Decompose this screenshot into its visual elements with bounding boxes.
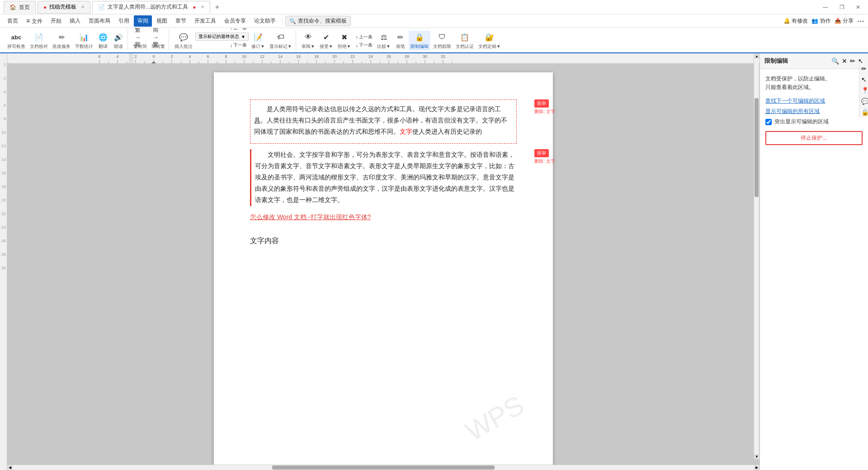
menu-review[interactable]: 审阅 [134, 15, 152, 27]
paragraph-link[interactable]: 怎么修改 Word 文档 -打字就出现红色字体? [250, 212, 517, 223]
add-tab-button[interactable]: + [212, 2, 223, 13]
panel-close-icon[interactable]: ✕ [842, 57, 847, 65]
share-btn[interactable]: 📤 分享 [835, 17, 854, 25]
menu-start[interactable]: 开始 [47, 15, 65, 27]
menu-right-icon1[interactable]: ⋯ [857, 17, 864, 25]
ruler-num-28: 28 [1, 252, 6, 257]
paragraph-1-container: 是人类用符号记录表达信息以传之久远的方式和工具。现代文字大多是记录语言的工具。人… [250, 99, 517, 144]
doc-auth-button[interactable]: 🛡 文档权限 [431, 31, 453, 51]
panel-side-icon-1[interactable]: ✏ [861, 65, 866, 72]
read-icon: 🔊 [113, 32, 124, 42]
scroll-track [754, 63, 759, 454]
trad-simp-button[interactable]: 繁→简 繁转简 [132, 31, 149, 51]
menu-ref[interactable]: 引用 [115, 15, 133, 27]
next-review-button[interactable]: ↓ 下一条 [354, 42, 374, 49]
panel-side-icon-3[interactable]: 📍 [861, 87, 866, 94]
read-button[interactable]: 🔊 朗读 [111, 31, 126, 51]
prev-review-button[interactable]: ↑ 上一条 [354, 33, 374, 41]
menu-home[interactable]: 首页 [4, 15, 22, 27]
toolbar-group-review: 👁 审阅▼ ✔ 接受▼ ✖ 拒绝▼ ↑ 上一条 ↓ 下一条 ⚖ 比较▼ ✏ [298, 30, 505, 51]
spelling-check-button[interactable]: abc 拼写检查 [5, 31, 27, 51]
menu-chapter[interactable]: 章节 [172, 15, 190, 27]
tab-doc-close[interactable]: ✕ [201, 5, 204, 9]
show-all-editable-link[interactable]: 显示可编辑的所有区域 [765, 108, 863, 115]
paragraph-2-text[interactable]: 文明社会。文字按字音和字形，可分为表形文字、表音文字和意音文字。按语音和语素，可… [255, 149, 517, 206]
menu-devtools[interactable]: 开发工具 [191, 15, 220, 27]
minimize-button[interactable]: — [819, 3, 832, 12]
compare-label: 比较▼ [377, 43, 391, 50]
track-changes-icon: ✏ [56, 32, 67, 42]
simp-trad-label: 简转繁 [151, 43, 165, 50]
tab-template[interactable]: ● 找稳壳模板 ✕ [38, 1, 90, 14]
menu-layout[interactable]: 页面布局 [85, 15, 114, 27]
right-panel-body: 文档受保护，以防止编辑。只能查看着此区域。 查找下一个可编辑的区域 显示可编辑的… [760, 69, 868, 470]
collaborate-btn[interactable]: 👥 协作 [811, 17, 830, 25]
menu-file[interactable]: ≡ 文件 [23, 15, 46, 27]
svg-text:32: 32 [441, 54, 445, 59]
ruler-num-12: 12 [1, 144, 6, 148]
draw-pen-label: 画笔 [396, 43, 405, 50]
right-panel-header: 限制编辑 🔍 ✕ ✏ ↖ [760, 53, 868, 69]
panel-side-icon-2[interactable]: ↖ [861, 76, 866, 83]
home-icon: 🏠 [9, 4, 16, 10]
modify-button[interactable]: 📝 修订▼ [250, 31, 267, 51]
tab-doc[interactable]: 📄 文字是人类用符...远的方式和工具 ● ✕ [92, 1, 210, 14]
display-marks-button[interactable]: 🏷 显示标记▼ [268, 31, 294, 51]
panel-side-icon-4[interactable]: 💬 [861, 98, 866, 105]
stop-protect-button[interactable]: 停止保护... [765, 131, 863, 145]
menu-view[interactable]: 视图 [153, 15, 171, 27]
menu-thesis[interactable]: 论文助手 [250, 15, 279, 27]
section-title: 文字内容 [250, 236, 517, 246]
prev-comment-button[interactable]: ↑ 上一条 [195, 28, 249, 32]
scroll-right-arrow[interactable]: ▶ [754, 465, 760, 470]
reject-button[interactable]: ✖ 拒绝▼ [336, 31, 353, 51]
vertical-scrollbar[interactable]: ▲ ▼ [754, 63, 759, 459]
panel-side-icon-5[interactable]: 🔒 [861, 108, 866, 116]
restrict-edit-button[interactable]: 🔒 限制编辑 [409, 31, 430, 51]
has-revision-btn[interactable]: 🔔 有修改 [783, 17, 808, 25]
translate-button[interactable]: 🌐 翻译 [96, 31, 110, 51]
compare-button[interactable]: ⚖ 比较▼ [375, 31, 392, 51]
doc-compare-button[interactable]: 📄 文档校对 [28, 31, 50, 51]
ruler-num-10: 10 [1, 130, 6, 135]
display-state-dropdown[interactable]: 显示标记的最终状态 ▼ [195, 33, 249, 41]
menu-vip[interactable]: 会员专享 [221, 15, 250, 27]
maximize-button[interactable]: ❐ [835, 3, 848, 12]
insert-comment-button[interactable]: 💬 插入批注 [173, 31, 194, 51]
track-changes-button[interactable]: ✏ 批改服务 [51, 31, 72, 51]
ruler-num-8: 8 [4, 117, 6, 121]
scroll-down-arrow[interactable]: ▼ [754, 454, 760, 459]
draw-pen-button[interactable]: ✏ 画笔 [393, 31, 408, 51]
svg-text:6: 6 [207, 54, 209, 59]
panel-search-icon[interactable]: 🔍 [831, 57, 839, 65]
menu-insert[interactable]: 插入 [66, 15, 84, 27]
display-state-label: 显示标记的最终状态 [198, 33, 239, 40]
next-comment-button[interactable]: ↓ 下一条 [195, 42, 249, 49]
paragraph-1[interactable]: 是人类用符号记录表达信息以传之久远的方式和工具。现代文字大多是记录语言的工具。人… [254, 103, 513, 138]
scroll-thumb-v[interactable] [755, 98, 759, 197]
display-state-arrow: ▼ [241, 34, 245, 39]
doc-auth-icon: 🛡 [437, 32, 448, 42]
review-btn[interactable]: 👁 审阅▼ [300, 31, 317, 51]
reject-icon: ✖ [339, 32, 349, 42]
simp-trad-button[interactable]: 简→繁 简转繁 [150, 31, 167, 51]
doc-lock-button[interactable]: 🔐 文档定稿▼ [476, 31, 503, 51]
tab-home[interactable]: 🏠 首页 [4, 1, 36, 14]
comment-1-bubble: 留审 [534, 99, 549, 108]
close-button[interactable]: ✕ [852, 3, 864, 12]
doc-link-1[interactable]: 怎么修改 Word 文档 -打字就出现红色字体? [250, 213, 371, 221]
horizontal-scrollbar[interactable]: ◀ ▶ [7, 465, 760, 470]
tab-doc-label: 文字是人类用符...远的方式和工具 [108, 3, 188, 11]
document-viewport[interactable]: WPS 是人类用符号记录表达信息以传之久远的方式和工具。现代文字大多是记录语言的… [7, 63, 760, 465]
svg-text:14: 14 [278, 54, 283, 59]
scroll-thumb-h[interactable] [272, 465, 495, 470]
highlight-checkbox[interactable] [765, 119, 772, 125]
find-editable-link[interactable]: 查找下一个可编辑的区域 [765, 97, 863, 105]
panel-edit-icon[interactable]: ✏ [850, 57, 855, 65]
menu-search[interactable]: 🔍 查找命令、搜索模板 [285, 16, 351, 26]
scroll-left-arrow[interactable]: ◀ [7, 465, 13, 470]
word-count-button[interactable]: 📊 字数统计 [73, 31, 95, 51]
tab-template-close[interactable]: ✕ [81, 5, 85, 9]
accept-button[interactable]: ✔ 接受▼ [318, 31, 335, 51]
doc-validate-button[interactable]: 📋 文档认证 [454, 31, 476, 51]
